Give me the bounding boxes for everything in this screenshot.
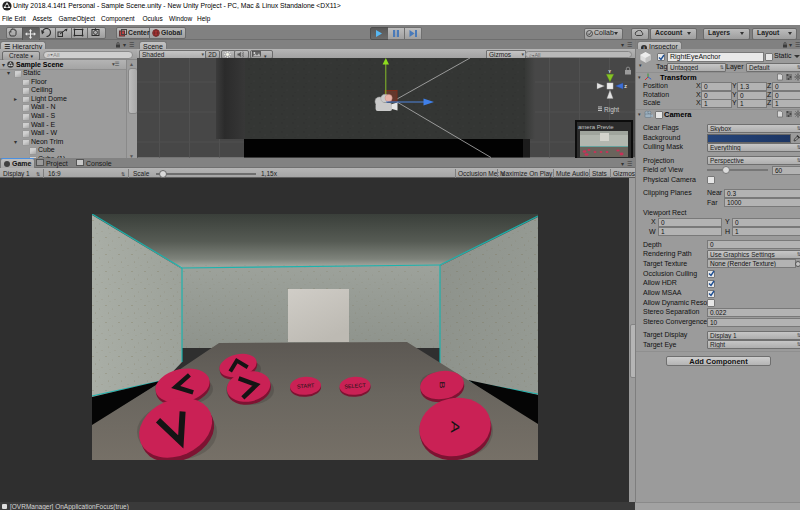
svg-text:START: START [297,382,316,389]
svg-text:Z: Z [624,84,627,89]
svg-text:Y: Y [608,69,611,74]
svg-text:amera Previe: amera Previe [578,124,614,130]
svg-text:Right: Right [604,106,619,114]
svg-text:A: A [448,421,462,435]
svg-text:B: B [438,381,446,388]
